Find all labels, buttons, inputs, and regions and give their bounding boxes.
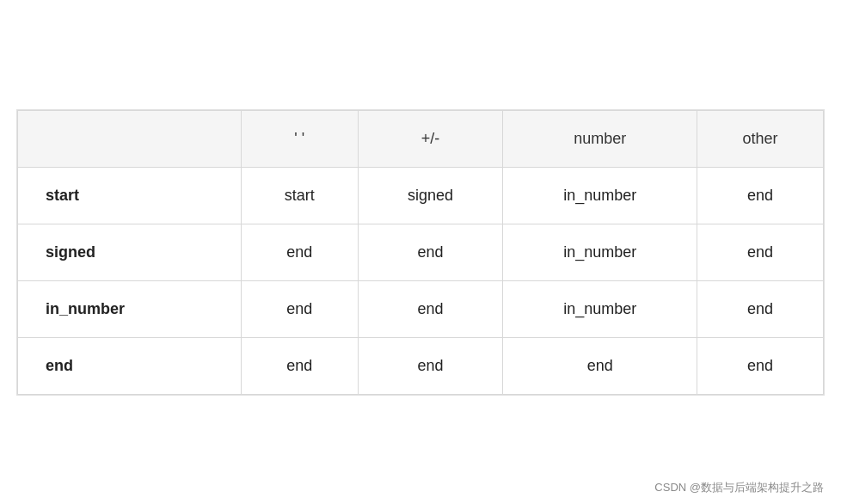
table-row: endendendendend [18, 337, 824, 394]
cell-3-space: end [241, 337, 358, 394]
cell-2-other: end [697, 280, 824, 337]
cell-1-number: in_number [503, 224, 697, 280]
cell-2-number: in_number [503, 280, 697, 337]
cell-2-state: in_number [18, 280, 242, 337]
header-space: ' ' [241, 110, 358, 167]
table-row: signedendendin_numberend [18, 224, 824, 280]
state-transition-table: ' ' +/- number other startstartsignedin_… [16, 109, 825, 396]
cell-2-space: end [241, 280, 358, 337]
cell-3-other: end [697, 337, 824, 394]
table-row: in_numberendendin_numberend [18, 280, 824, 337]
cell-3-number: end [503, 337, 697, 394]
header-row: ' ' +/- number other [18, 110, 824, 167]
cell-0-other: end [697, 167, 824, 224]
cell-0-sign: signed [358, 167, 502, 224]
header-other: other [697, 110, 824, 167]
table-row: startstartsignedin_numberend [18, 167, 824, 224]
cell-1-state: signed [18, 224, 242, 280]
header-number: number [503, 110, 697, 167]
header-sign: +/- [358, 110, 502, 167]
cell-3-sign: end [358, 337, 502, 394]
cell-1-other: end [697, 224, 824, 280]
header-state [18, 110, 242, 167]
cell-2-sign: end [358, 280, 502, 337]
cell-1-sign: end [358, 224, 502, 280]
cell-0-space: start [241, 167, 358, 224]
cell-0-state: start [18, 167, 242, 224]
cell-0-number: in_number [503, 167, 697, 224]
cell-1-space: end [241, 224, 358, 280]
watermark: CSDN @数据与后端架构提升之路 [654, 480, 824, 495]
cell-3-state: end [18, 337, 242, 394]
